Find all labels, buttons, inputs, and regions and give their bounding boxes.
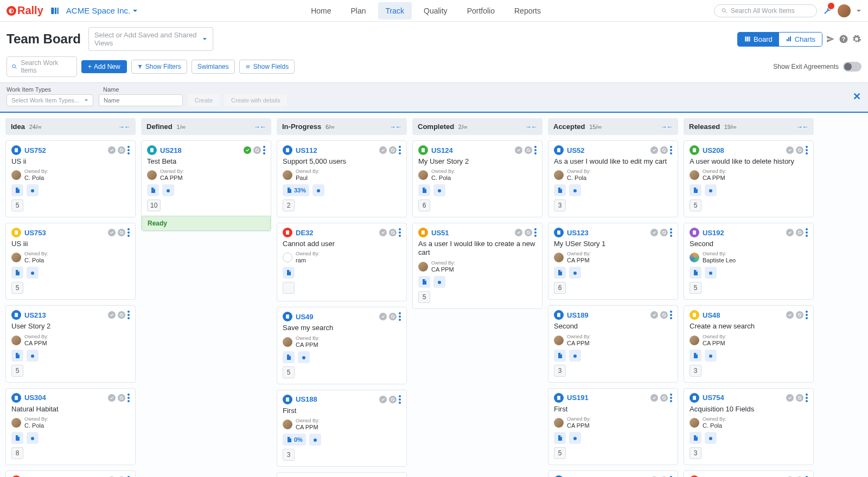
defects-chip[interactable] xyxy=(705,184,717,196)
close-icon[interactable]: ✕ xyxy=(853,91,861,99)
card[interactable]: US753 US iii Owned By:C. Pola 5 xyxy=(5,223,136,300)
progress-chip[interactable]: 33% xyxy=(283,184,309,196)
gear-icon[interactable] xyxy=(852,34,861,44)
create-button[interactable]: Create xyxy=(188,94,219,106)
card[interactable]: US52 As a user I would like to edit my c… xyxy=(548,140,678,217)
card-menu-icon[interactable] xyxy=(534,146,537,154)
card[interactable]: US194 Owned By: xyxy=(548,470,678,477)
blocked-status-icon[interactable] xyxy=(253,146,261,154)
blocked-status-icon[interactable] xyxy=(660,229,668,236)
card-menu-icon[interactable] xyxy=(806,228,808,237)
card-id[interactable]: US124 xyxy=(431,146,453,154)
card-menu-icon[interactable] xyxy=(670,228,672,237)
tasks-chip[interactable] xyxy=(11,350,23,362)
card[interactable]: DE31 Owned By: xyxy=(277,472,407,477)
blocked-status-icon[interactable] xyxy=(389,396,397,403)
defects-chip[interactable] xyxy=(569,184,581,196)
card-id[interactable]: US123 xyxy=(567,229,589,237)
defects-chip[interactable] xyxy=(569,267,581,279)
ready-status-icon[interactable] xyxy=(108,229,116,236)
blocked-status-icon[interactable] xyxy=(118,394,125,402)
card-id[interactable]: US304 xyxy=(24,394,46,402)
card-owner[interactable]: Owned By:CA PPM xyxy=(283,418,401,430)
tasks-chip[interactable] xyxy=(690,184,701,196)
ready-status-icon[interactable] xyxy=(379,146,387,154)
card-owner[interactable]: Owned By:C. Pola xyxy=(418,169,537,181)
ready-status-icon[interactable] xyxy=(786,311,794,319)
card[interactable]: US189 Second Owned By:CA PPM 3 xyxy=(548,305,678,382)
blocked-status-icon[interactable] xyxy=(796,146,803,154)
defects-chip[interactable] xyxy=(705,267,717,279)
chevron-down-icon[interactable] xyxy=(856,8,861,14)
add-new-button[interactable]: + Add New xyxy=(81,60,127,73)
ready-status-icon[interactable] xyxy=(786,229,794,236)
column-header[interactable]: Released 19/∞ →← xyxy=(684,118,814,135)
card[interactable]: DE72 Owned By: xyxy=(684,470,814,477)
column-collapse-icon[interactable]: →← xyxy=(661,123,673,131)
nav-link-home[interactable]: Home xyxy=(303,2,339,20)
ready-status-icon[interactable] xyxy=(108,311,116,319)
card-owner[interactable]: Owned By:CA PPM xyxy=(418,261,537,273)
defects-chip[interactable] xyxy=(27,432,39,444)
tasks-chip[interactable] xyxy=(554,267,566,279)
card-menu-icon[interactable] xyxy=(399,228,401,237)
tasks-chip[interactable] xyxy=(11,432,23,444)
card-owner[interactable]: Owned By:C. Pola xyxy=(690,417,808,429)
card-menu-icon[interactable] xyxy=(670,394,672,402)
exit-agreements-toggle[interactable] xyxy=(843,62,861,72)
card-id[interactable]: DE32 xyxy=(296,229,314,237)
card[interactable]: US752 US ii Owned By:C. Pola 5 xyxy=(5,140,136,217)
card-id[interactable]: US52 xyxy=(567,146,585,154)
card-id[interactable]: US48 xyxy=(703,311,720,319)
card[interactable]: US192 Second Owned By:Baptiste Leo 5 xyxy=(684,223,814,300)
board-scroll[interactable]: Idea 24/∞ →← US752 US ii Owned By:C. Pol… xyxy=(0,113,868,477)
nav-link-track[interactable]: Track xyxy=(378,2,412,20)
card[interactable]: US49 Save my search Owned By:CA PPM 5 xyxy=(277,307,407,384)
nav-link-quality[interactable]: Quality xyxy=(416,2,455,20)
defects-chip[interactable] xyxy=(27,350,39,362)
card-id[interactable]: US218 xyxy=(160,146,182,154)
card[interactable]: US188 First Owned By:CA PPM 0% 3 xyxy=(277,390,407,467)
tasks-chip[interactable] xyxy=(690,432,701,444)
card-id[interactable]: US213 xyxy=(24,311,46,319)
card-id[interactable]: US753 xyxy=(24,229,46,237)
card[interactable]: DE32 Cannot add user Owned By:ram xyxy=(277,223,407,301)
blocked-status-icon[interactable] xyxy=(796,394,803,402)
card-id[interactable]: US752 xyxy=(24,146,46,154)
card-menu-icon[interactable] xyxy=(806,146,808,154)
card[interactable]: US218 Test Beta Owned By:CA PPM 10 Ready xyxy=(141,140,271,231)
column-header[interactable]: Completed 2/∞ →← xyxy=(412,118,542,135)
card[interactable]: US48 Create a new search Owned By:CA PPM… xyxy=(684,305,814,382)
card-owner[interactable]: Owned By:CA PPM xyxy=(11,334,130,346)
blocked-status-icon[interactable] xyxy=(660,146,668,154)
defects-chip[interactable] xyxy=(569,350,581,362)
column-collapse-icon[interactable]: →← xyxy=(254,123,266,131)
card-menu-icon[interactable] xyxy=(127,394,130,402)
ready-status-icon[interactable] xyxy=(108,146,116,154)
tasks-chip[interactable] xyxy=(11,184,23,196)
card-owner[interactable]: Owned By:CA PPM xyxy=(554,252,672,263)
column-header[interactable]: Accepted 15/∞ →← xyxy=(548,118,678,135)
tasks-chip[interactable] xyxy=(690,267,701,279)
card-owner[interactable]: Owned By:Baptiste Leo xyxy=(690,252,808,263)
progress-chip[interactable]: 0% xyxy=(283,434,306,446)
work-item-type-select[interactable]: Select Work Item Types... xyxy=(7,94,93,106)
tasks-chip[interactable] xyxy=(147,184,159,196)
logo[interactable]: ◐ Rally xyxy=(7,4,43,17)
blocked-status-icon[interactable] xyxy=(389,313,397,320)
card-owner[interactable]: Owned By:CA PPM xyxy=(554,417,672,429)
ready-status-icon[interactable] xyxy=(515,229,522,236)
card-owner[interactable]: Owned By:C. Pola xyxy=(554,169,672,181)
ready-status-icon[interactable] xyxy=(379,396,387,403)
blocked-status-icon[interactable] xyxy=(118,146,125,154)
card-owner[interactable]: Owned By:CA PPM xyxy=(147,169,265,181)
blocked-status-icon[interactable] xyxy=(525,229,532,236)
defects-chip[interactable] xyxy=(705,432,717,444)
column-collapse-icon[interactable]: →← xyxy=(390,123,401,131)
defects-chip[interactable] xyxy=(27,267,39,279)
card[interactable]: US754 Acquisition 10 Fields Owned By:C. … xyxy=(684,388,814,465)
card-menu-icon[interactable] xyxy=(127,228,130,237)
nav-link-portfolio[interactable]: Portfolio xyxy=(459,2,502,20)
tasks-chip[interactable] xyxy=(11,267,23,279)
card[interactable]: US124 My User Story 2 Owned By:C. Pola 6 xyxy=(412,140,542,217)
